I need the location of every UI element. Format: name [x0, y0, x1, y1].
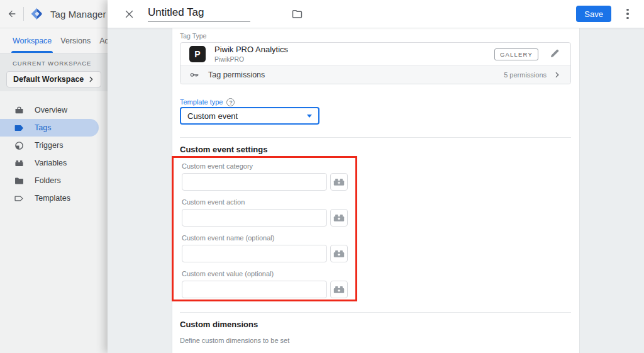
template-type-row: Template type ? — [180, 98, 571, 106]
sidebar-item-folders[interactable]: Folders — [0, 172, 108, 189]
sidebar-item-variables[interactable]: Variables — [0, 154, 108, 172]
custom-dimensions-heading: Custom dimensions — [180, 320, 571, 329]
tab-workspace[interactable]: Workspace — [13, 28, 52, 53]
current-workspace-label: CURRENT WORKSPACE — [13, 60, 101, 67]
tag-type-name: Piwik PRO Analytics — [214, 45, 288, 54]
overview-icon — [14, 105, 25, 116]
save-button[interactable]: Save — [576, 6, 611, 22]
sidebar-item-label: Templates — [35, 194, 70, 203]
custom-event-value-input[interactable] — [182, 281, 327, 298]
sidebar-item-label: Overview — [35, 106, 67, 115]
field-label: Custom event category — [182, 162, 348, 171]
help-icon[interactable]: ? — [226, 98, 235, 106]
field-custom-event-action: Custom event action — [182, 198, 348, 227]
app-header: Tag Manager — [0, 0, 108, 28]
section-divider — [180, 137, 571, 138]
custom-event-category-input[interactable] — [182, 173, 327, 191]
tag-type-vendor: PiwikPRO — [214, 55, 288, 63]
field-custom-event-name: Custom event name (optional) — [182, 234, 348, 262]
sidebar-item-label: Variables — [35, 159, 67, 167]
variable-picker-icon[interactable] — [330, 245, 348, 262]
editor-header: Untitled Tag Save — [108, 0, 644, 28]
section-divider — [180, 312, 571, 313]
workspace-selector-button[interactable]: Default Workspace — [6, 71, 101, 87]
workspace-tabs: Workspace Versions Admin — [0, 28, 108, 53]
custom-dimensions-description: Define custom dimensions to be set — [180, 337, 571, 344]
app-title: Tag Manager — [50, 9, 106, 20]
sidebar-item-triggers[interactable]: Triggers — [0, 137, 108, 154]
current-workspace-section: CURRENT WORKSPACE Default Workspace — [0, 53, 108, 91]
edit-pencil-icon[interactable] — [549, 48, 562, 60]
sidebar: Tag Manager Workspace Versions Admin CUR… — [0, 0, 108, 353]
field-label: Custom event value (optional) — [182, 270, 348, 278]
tag-config-card: Tag Type P Piwik PRO Analytics PiwikPRO … — [172, 28, 580, 353]
template-type-select[interactable]: Custom event — [180, 107, 319, 125]
header-divider — [23, 7, 24, 21]
tag-editor-panel: Untitled Tag Save Tag Type P Piwik PRO A… — [108, 0, 644, 353]
highlight-annotation-box: Custom event category Custom event actio… — [172, 156, 357, 301]
folder-icon — [14, 176, 25, 186]
key-icon — [189, 70, 199, 80]
sidebar-item-label: Triggers — [35, 141, 63, 150]
sidebar-item-tags[interactable]: Tags — [0, 119, 99, 137]
custom-event-name-input[interactable] — [182, 245, 327, 262]
sidebar-nav: Overview Tags Triggers Variables — [0, 101, 108, 207]
tab-versions[interactable]: Versions — [60, 28, 91, 53]
template-type-label: Template type — [180, 98, 223, 106]
tag-manager-logo-icon — [30, 6, 45, 21]
custom-event-settings-heading: Custom event settings — [180, 145, 571, 154]
back-arrow-icon[interactable] — [5, 7, 19, 21]
tag-icon — [14, 123, 25, 133]
tab-admin[interactable]: Admin — [99, 28, 108, 53]
sidebar-item-overview[interactable]: Overview — [0, 101, 108, 119]
screen: Tag Manager Workspace Versions Admin CUR… — [0, 0, 644, 353]
close-icon[interactable] — [121, 6, 136, 21]
gallery-badge: GALLERY — [494, 48, 538, 60]
template-icon — [14, 193, 25, 204]
field-custom-event-value: Custom event value (optional) — [182, 270, 348, 298]
chevron-down-icon — [307, 115, 312, 118]
tag-type-names: Piwik PRO Analytics PiwikPRO — [214, 45, 288, 63]
tag-type-label: Tag Type — [180, 32, 571, 40]
sidebar-item-templates[interactable]: Templates — [0, 189, 108, 207]
variable-picker-icon[interactable] — [330, 281, 348, 298]
sidebar-item-label: Tags — [35, 123, 51, 132]
field-label: Custom event action — [182, 198, 348, 206]
variable-picker-icon[interactable] — [330, 173, 348, 191]
tag-permissions-label: Tag permissions — [208, 70, 265, 79]
field-custom-event-category: Custom event category — [182, 162, 348, 191]
piwik-pro-logo: P — [189, 46, 206, 62]
tag-type-box: P Piwik PRO Analytics PiwikPRO GALLERY — [180, 42, 571, 84]
workspace-name: Default Workspace — [13, 75, 87, 84]
tag-type-row: P Piwik PRO Analytics PiwikPRO GALLERY — [180, 43, 570, 65]
permissions-count: 5 permissions — [504, 71, 547, 79]
variable-picker-icon[interactable] — [330, 209, 348, 227]
trigger-icon — [14, 140, 25, 151]
more-menu-icon[interactable] — [621, 6, 634, 21]
field-label: Custom event name (optional) — [182, 234, 348, 242]
variables-icon — [14, 158, 25, 169]
folder-move-icon[interactable] — [289, 6, 304, 21]
chevron-right-icon — [87, 75, 96, 84]
template-type-value: Custom event — [187, 111, 307, 121]
custom-event-action-input[interactable] — [182, 209, 327, 227]
tag-name-input[interactable]: Untitled Tag — [148, 6, 250, 22]
sidebar-item-label: Folders — [35, 176, 61, 185]
chevron-right-icon — [553, 70, 562, 79]
tag-permissions-row[interactable]: Tag permissions 5 permissions — [180, 65, 570, 84]
editor-body: Tag Type P Piwik PRO Analytics PiwikPRO … — [108, 28, 644, 353]
